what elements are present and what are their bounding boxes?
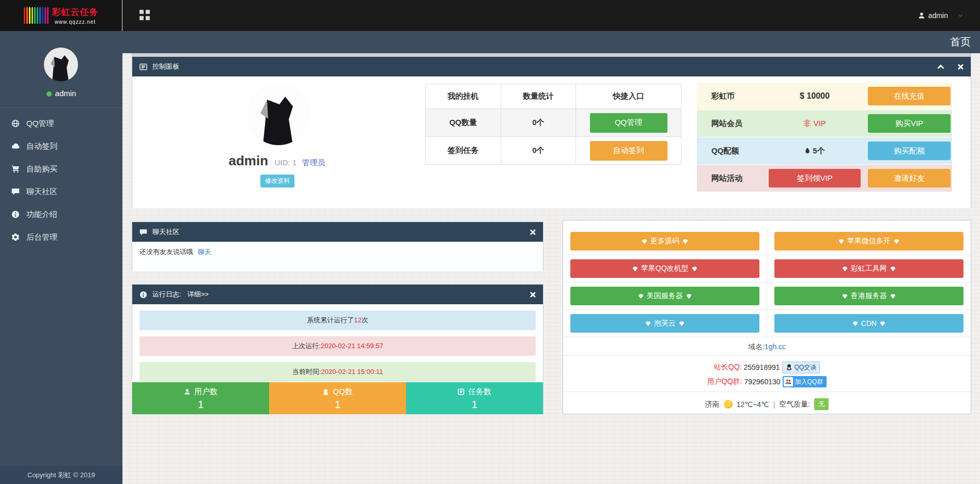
invite-friends-button[interactable]: 邀请好友 xyxy=(868,169,951,188)
sidebar-item-auto-signin[interactable]: 自动签到 xyxy=(0,135,122,158)
table-row: 签到任务 0个 自动签到 xyxy=(426,137,681,165)
collapse-chevron-up-icon[interactable] xyxy=(937,64,944,69)
sidebar-item-qq-manage[interactable]: QQ管理 xyxy=(0,112,122,135)
link-button[interactable]: 苹果QQ改机型 xyxy=(570,259,759,278)
table-header-row: 我的挂机 数量统计 快捷入口 xyxy=(426,84,681,109)
breadcrumb-bar: 首页 xyxy=(122,31,980,53)
account-table: 彩虹币 $ 10000 在线充值 网站会员 非 VIP 购买VIP QQ配额 5… xyxy=(697,83,952,192)
stat-label: 任务数 xyxy=(468,387,491,397)
log-detail-link[interactable]: 详细>> xyxy=(188,290,209,299)
stat-value: 1 xyxy=(406,398,543,411)
qq-manage-icon xyxy=(11,119,20,128)
logo[interactable]: 彩虹云任务 www.qqzzz.net xyxy=(0,0,122,31)
cart-icon xyxy=(11,165,20,173)
user-qq-group-label: 用户QQ群: xyxy=(707,377,742,386)
chat-link[interactable]: 聊天 xyxy=(198,248,211,256)
table-row: 彩虹币 $ 10000 在线充值 xyxy=(697,83,952,110)
close-icon[interactable] xyxy=(530,229,536,235)
profile-uid: 1 xyxy=(292,158,297,167)
air-quality-label: 空气质量: xyxy=(779,400,810,409)
panel-list-icon xyxy=(139,64,147,70)
tab-home[interactable]: 首页 xyxy=(950,31,971,53)
air-quality-badge: 无 xyxy=(814,398,829,410)
buy-vip-button[interactable]: 购买VIP xyxy=(868,114,951,133)
row-label: QQ数量 xyxy=(426,109,501,137)
qq-contact-block: 站长QQ: 255918991 QQ交谈 用户QQ群: 792960130 加入… xyxy=(563,356,971,392)
links-panel: 更多源码 苹果微信多开 苹果QQ改机型 彩虹工具网 xyxy=(563,220,971,414)
profile-uid-label: UID: xyxy=(275,158,290,167)
gem-icon xyxy=(638,293,644,299)
stat-label: QQ数 xyxy=(333,387,352,397)
close-icon[interactable] xyxy=(958,64,963,70)
join-qq-group-button[interactable]: 加入QQ群 xyxy=(783,376,827,387)
link-button[interactable]: 彩虹工具网 xyxy=(774,259,964,278)
weather-divider: | xyxy=(773,400,775,409)
link-button[interactable]: 美国服务器 xyxy=(570,287,759,305)
chat-empty-text: 还没有友友说话哦 xyxy=(139,248,193,256)
stat-label: 用户数 xyxy=(194,387,217,397)
table-row: QQ数量 0个 QQ管理 xyxy=(426,109,681,137)
domain-link[interactable]: 1gh.cc xyxy=(765,342,786,351)
qq-quota: 5个 xyxy=(763,146,866,156)
qq-manage-button[interactable]: QQ管理 xyxy=(590,113,667,133)
task-list-icon xyxy=(458,388,464,395)
table-row: QQ配额 5个 购买配额 xyxy=(697,137,952,165)
gear-icon xyxy=(11,233,20,241)
logo-title: 彩虹云任务 xyxy=(52,6,99,18)
coin-balance: $ 10000 xyxy=(763,91,866,101)
link-button[interactable]: 苹果微信多开 xyxy=(774,232,964,251)
row-label: 网站活动 xyxy=(697,174,763,183)
recharge-button[interactable]: 在线充值 xyxy=(868,87,951,105)
gem-icon xyxy=(894,239,899,244)
panel-top-strip xyxy=(132,53,971,57)
link-button[interactable]: CDN xyxy=(774,314,964,333)
sidebar: admin QQ管理 自动签到 自助购买 聊天社区 xyxy=(0,31,122,484)
profile-username: admin xyxy=(229,153,269,168)
chat-panel-body: 还没有友友说话哦 聊天 xyxy=(132,242,543,271)
chevron-down-icon[interactable] xyxy=(957,13,963,18)
hangup-table: 我的挂机 数量统计 快捷入口 QQ数量 0个 QQ管理 签到任务 0个 自动签到 xyxy=(425,84,681,165)
log-panel-title: 运行日志: xyxy=(152,290,181,299)
edit-profile-button[interactable]: 修改资料 xyxy=(260,175,294,188)
sidebar-item-chat-community[interactable]: 聊天社区 xyxy=(0,180,122,203)
row-count: 0个 xyxy=(501,109,576,137)
sidebar-item-self-buy[interactable]: 自助购买 xyxy=(0,158,122,180)
stat-tasks: 任务数 1 xyxy=(406,382,543,414)
sidebar-item-admin-backend[interactable]: 后台管理 xyxy=(0,226,122,248)
qq-penguin-icon xyxy=(786,364,792,371)
stat-value: 1 xyxy=(269,398,406,411)
link-button[interactable]: 更多源码 xyxy=(570,232,759,251)
gem-icon xyxy=(682,239,688,244)
log-last-run: 上次运行:2020-02-21 14:59:57 xyxy=(139,336,536,356)
domain-row: 域名:1gh.cc xyxy=(563,337,971,356)
profile-block: admin UID: 1 管理员 修改资料 xyxy=(132,76,422,208)
qq-talk-button[interactable]: QQ交谈 xyxy=(782,362,820,373)
gem-icon xyxy=(679,321,685,326)
app-header: 彩虹云任务 www.qqzzz.net admin xyxy=(0,0,980,31)
gem-icon xyxy=(890,266,896,272)
row-label: QQ配额 xyxy=(697,146,763,156)
sidebar-avatar[interactable] xyxy=(44,48,78,82)
user-icon xyxy=(184,388,191,395)
table-row: 网站会员 非 VIP 购买VIP xyxy=(697,110,952,137)
webmaster-qq-number: 255918991 xyxy=(743,363,780,371)
link-button[interactable]: 泡芙云 xyxy=(570,314,759,333)
auto-signin-button[interactable]: 自动签到 xyxy=(590,141,667,161)
close-icon[interactable] xyxy=(530,292,536,298)
weather-temp: 12℃~4℃ xyxy=(737,400,769,409)
buy-quota-button[interactable]: 购买配额 xyxy=(868,142,951,160)
user-menu[interactable]: admin xyxy=(918,0,948,31)
sidebar-item-features[interactable]: 功能介绍 xyxy=(0,203,122,226)
signin-vip-button[interactable]: 签到领VIP xyxy=(769,169,861,188)
profile-role-link[interactable]: 管理员 xyxy=(302,158,325,167)
column-header: 数量统计 xyxy=(501,84,576,109)
chat-panel: 聊天社区 还没有友友说话哦 聊天 xyxy=(132,222,543,271)
droplet-icon xyxy=(804,147,811,154)
column-header: 快捷入口 xyxy=(576,84,681,109)
link-button[interactable]: 香港服务器 xyxy=(774,287,964,305)
sidebar-toggle-grid-icon[interactable] xyxy=(139,10,151,21)
info-icon xyxy=(11,210,20,218)
chat-panel-header: 聊天社区 xyxy=(132,222,543,242)
cloud-icon xyxy=(11,142,20,150)
control-panel-header: 控制面板 xyxy=(132,57,971,76)
